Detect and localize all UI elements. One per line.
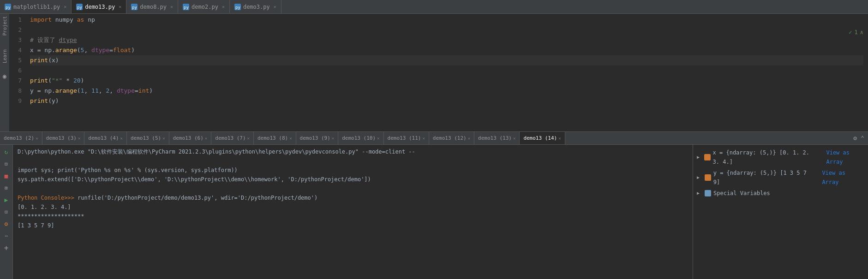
add-button[interactable]: + (2, 243, 11, 252)
console-tab-8[interactable]: demo13 (8) ✕ (254, 132, 296, 144)
editor-area: ✓ 1 ∧ 1 2 3 4 5 6 7 8 9 import (9, 14, 868, 131)
run-button[interactable]: ▶ (2, 195, 11, 204)
close-icon-8[interactable]: ✕ (289, 136, 292, 141)
close-icon-6[interactable]: ✕ (205, 136, 207, 141)
settings-btn2[interactable]: ⋯ (2, 231, 11, 240)
close-icon-14[interactable]: ✕ (558, 136, 561, 141)
console-tab-3[interactable]: demo13 (3) ✕ (42, 132, 85, 144)
close-icon-11[interactable]: ✕ (422, 136, 425, 141)
expand-icon[interactable]: ⌃ (861, 135, 864, 142)
console-tab-label-11: demo13 (11) (388, 135, 421, 141)
console-tab-14[interactable]: demo13 (14) ✕ (520, 132, 565, 144)
code-line-3: # 设置了 dtype (30, 35, 863, 45)
project-icon[interactable]: Project (2, 16, 7, 36)
close-icon-10[interactable]: ✕ (377, 136, 379, 141)
console-tab-label-9: demo13 (9) (300, 135, 330, 141)
console-tab-label-2: demo13 (2) (4, 135, 34, 141)
wrap-button[interactable]: ⊞ (2, 183, 11, 192)
tab-label-3: demo8.py (140, 4, 167, 10)
console-tab-4[interactable]: demo13 (4) ✕ (84, 132, 127, 144)
tab-demo2[interactable]: py demo2.py ✕ (178, 0, 230, 13)
console-tab-5[interactable]: demo13 (5) ✕ (127, 132, 169, 144)
var-item-special: ▶ Special Variables (693, 188, 868, 199)
var-name-special: Special Variables (713, 189, 770, 198)
console-output[interactable]: D:\python\python.exe "D:\软件安装\编程软件\PyCha… (13, 145, 693, 279)
console-tab-label-10: demo13 (10) (342, 135, 376, 141)
close-icon-12[interactable]: ✕ (468, 136, 470, 141)
main-content: Project Learn ◉ ✓ 1 ∧ 1 2 3 4 5 6 7 (0, 14, 868, 131)
var-item-x: ▶ x = {ndarray: (5,)} [0. 1. 2. 3. 4.] V… (693, 147, 868, 167)
left-sidebar: Project Learn ◉ (0, 14, 9, 131)
console-split: ↻ ⊟ ■ ⊞ ▶ ⊡ ⚙ ⋯ + D:\python\python.exe "… (0, 145, 868, 279)
console-line-syspath: sys.path.extend(['D:\\pythonProject\\dem… (18, 175, 688, 184)
tab-label-4: demo2.py (192, 4, 218, 10)
editor-wrapper: ✓ 1 ∧ 1 2 3 4 5 6 7 8 9 import (9, 14, 868, 131)
console-tab-6[interactable]: demo13 (6) ✕ (169, 132, 212, 144)
expand-arrow-special[interactable]: ▶ (697, 189, 702, 198)
console-tab-10[interactable]: demo13 (10) ✕ (338, 132, 383, 144)
tab-close[interactable]: ✕ (64, 4, 66, 9)
var-name-y: y = {ndarray: (5,)} [1 3 5 7 9] (713, 168, 814, 187)
debug-button[interactable]: ⚙ (2, 219, 11, 228)
view-array-x[interactable]: View as Array (826, 148, 864, 166)
code-line-6 (30, 65, 863, 76)
tab-demo13[interactable]: py demo13.py ✕ (72, 0, 126, 13)
close-icon-2[interactable]: ✕ (36, 136, 38, 141)
close-icon-4[interactable]: ✕ (120, 136, 123, 141)
caret-up-icon: ∧ (860, 29, 863, 36)
console-tab-label-5: demo13 (5) (131, 135, 161, 141)
close-icon-9[interactable]: ✕ (332, 136, 334, 141)
settings-icon[interactable]: ⚙ (853, 135, 857, 142)
array-icon-y (705, 174, 711, 181)
code-content[interactable]: import numpy as np # 设置了 dtype x = np.ar… (25, 14, 868, 131)
console-tab-label-6: demo13 (6) (173, 135, 204, 141)
tab-label-5: demo3.py (243, 4, 270, 10)
close-icon-7[interactable]: ✕ (247, 136, 250, 141)
tab-demo8[interactable]: py demo8.py ✕ (126, 0, 178, 13)
variables-panel: ▶ x = {ndarray: (5,)} [0. 1. 2. 3. 4.] V… (693, 145, 868, 279)
console-tab-label-4: demo13 (4) (88, 135, 119, 141)
svg-text:py: py (77, 5, 82, 10)
console-tab-2[interactable]: demo13 (2) ✕ (0, 132, 42, 144)
python-file-icon-4: py (183, 4, 189, 10)
console-tab-label-8: demo13 (8) (257, 135, 288, 141)
console-wrap-button[interactable]: ⊡ (2, 207, 11, 216)
git-icon[interactable]: ◉ (3, 72, 6, 80)
expand-arrow-x[interactable]: ▶ (697, 153, 702, 162)
code-line-4: x = np.arange(5, dtype=float) (30, 45, 863, 55)
console-tab-7[interactable]: demo13 (7) ✕ (211, 132, 254, 144)
status-count: 1 (855, 29, 858, 36)
bottom-panel: demo13 (2) ✕ demo13 (3) ✕ demo13 (4) ✕ d… (0, 131, 868, 279)
tab-demo3[interactable]: py demo3.py ✕ (230, 0, 281, 13)
layout-button[interactable]: ⊟ (2, 159, 11, 168)
console-line-cmd: D:\python\python.exe "D:\软件安装\编程软件\PyCha… (18, 147, 688, 156)
console-tab-12[interactable]: demo13 (12) ✕ (429, 132, 474, 144)
stop-button[interactable]: ■ (2, 171, 11, 180)
close-icon-5[interactable]: ✕ (162, 136, 165, 141)
rerun-button[interactable]: ↻ (2, 147, 11, 156)
learn-icon[interactable]: Learn (2, 49, 7, 63)
tab-close-5[interactable]: ✕ (274, 4, 276, 9)
console-tab-13[interactable]: demo13 (13) ✕ (474, 132, 520, 144)
console-line-blank1 (18, 156, 688, 166)
expand-arrow-y[interactable]: ▶ (697, 173, 702, 182)
console-tab-label-12: demo13 (12) (433, 135, 467, 141)
close-icon-13[interactable]: ✕ (513, 136, 515, 141)
close-icon-3[interactable]: ✕ (78, 136, 80, 141)
tab-matplotlib1[interactable]: py matplotlib1.py ✕ (0, 0, 72, 13)
tab-bar: py matplotlib1.py ✕ py demo13.py ✕ py de… (0, 0, 868, 14)
tab-close-3[interactable]: ✕ (170, 4, 173, 9)
svg-text:py: py (235, 5, 240, 10)
tab-close-active[interactable]: ✕ (119, 4, 121, 9)
view-array-y[interactable]: View as Array (822, 168, 864, 187)
code-line-5: print(x) (30, 55, 863, 65)
console-line-out3: [1 3 5 7 9] (18, 221, 688, 230)
console-tab-9[interactable]: demo13 (9) ✕ (296, 132, 339, 144)
console-line-prompt: Python Console>>> runfile('D:/pythonProj… (18, 193, 688, 202)
console-tab-11[interactable]: demo13 (11) ✕ (384, 132, 429, 144)
console-tab-actions: ⚙ ⌃ (850, 135, 868, 142)
console-tab-bar[interactable]: demo13 (2) ✕ demo13 (3) ✕ demo13 (4) ✕ d… (0, 132, 868, 145)
code-editor: 1 2 3 4 5 6 7 8 9 import numpy as np (9, 14, 868, 131)
line-numbers: 1 2 3 4 5 6 7 8 9 (9, 14, 25, 131)
tab-close-4[interactable]: ✕ (222, 4, 225, 9)
